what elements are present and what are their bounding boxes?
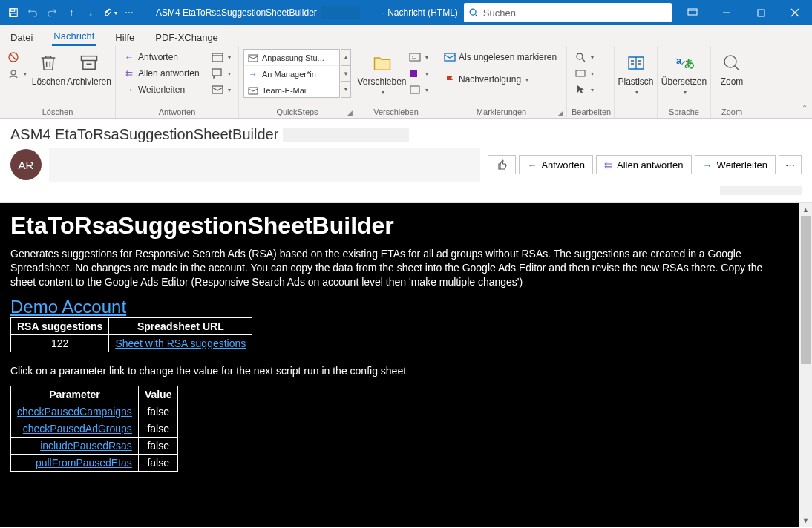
header-forward-button[interactable]: →Weiterleiten (695, 155, 776, 174)
group-label-bearbeiten: Bearbeiten (572, 106, 609, 118)
svg-line-31 (735, 66, 739, 70)
header-reply-button[interactable]: ←Antworten (519, 155, 593, 174)
quickstep-1[interactable]: Anpassung Stu... (244, 50, 339, 66)
quicksteps-launcher-icon[interactable]: ◢ (347, 109, 353, 116)
svg-text:あ: あ (684, 57, 695, 69)
search-icon (468, 7, 479, 18)
message-subject: ASM4 EtaToRsaSuggestionSheetBuilder (10, 126, 278, 143)
archive-button[interactable]: Archivieren (68, 49, 111, 88)
t2-header-1: Parameter (11, 386, 139, 403)
maximize-icon[interactable] (744, 0, 778, 25)
move-button[interactable]: Verschieben▾ (361, 49, 403, 99)
title-redacted (321, 6, 360, 19)
meeting-button[interactable]: ▾ (209, 49, 234, 65)
subject-redacted (283, 128, 409, 142)
rules-button[interactable]: ▾ (406, 49, 431, 65)
tab-pdf-xchange[interactable]: PDF-XChange (154, 29, 220, 46)
quickstep-3[interactable]: Team-E-Mail (244, 82, 339, 99)
svg-point-25 (577, 53, 583, 59)
search-box[interactable]: Suchen (464, 3, 672, 22)
group-label-zoom: Zoom (716, 106, 748, 118)
im-button[interactable]: ▾ (209, 65, 234, 82)
svg-point-13 (11, 70, 16, 75)
scroll-track[interactable] (799, 364, 812, 514)
up-icon[interactable]: ↑ (62, 3, 80, 22)
reply-button[interactable]: ←Antworten (120, 49, 203, 65)
date-redacted (720, 186, 802, 195)
tab-nachricht[interactable]: Nachricht (52, 27, 96, 46)
close-icon[interactable] (778, 0, 812, 25)
svg-point-30 (724, 56, 736, 67)
quickstep-more[interactable]: ▾ (341, 82, 350, 97)
message-body: EtaToRsaSuggestionSheetBuilder Generates… (0, 203, 799, 527)
header-more-button[interactable]: ⋯ (779, 155, 802, 174)
quickstep-down[interactable]: ▼ (341, 66, 350, 82)
redo-icon[interactable] (43, 3, 61, 22)
select-button[interactable]: ▾ (572, 82, 609, 98)
svg-text:a: a (676, 55, 682, 66)
quickstep-2[interactable]: →An Manager*in (244, 66, 339, 82)
ribbon-display-icon[interactable] (675, 0, 710, 25)
qat-overflow-icon[interactable]: ⋯ (120, 3, 138, 22)
down-icon[interactable]: ↓ (82, 3, 99, 22)
svg-line-4 (475, 15, 477, 17)
t1-header-2: Spreadsheet URL (109, 318, 252, 335)
scroll-thumb[interactable] (801, 216, 811, 364)
svg-rect-5 (688, 9, 697, 15)
mark-unread-button[interactable]: Als ungelesen markieren (441, 49, 562, 65)
t2-header-2: Value (138, 386, 178, 403)
group-label-verschieben: Verschieben (361, 106, 431, 118)
param-link[interactable]: pullFromPausedEtas (36, 457, 132, 469)
svg-rect-18 (212, 86, 223, 93)
attach-icon[interactable]: ▾ (101, 3, 119, 22)
actions-button[interactable]: ▾ (406, 82, 431, 98)
svg-point-3 (470, 9, 476, 15)
onenote-button[interactable]: ▾ (406, 65, 431, 82)
svg-rect-22 (410, 70, 417, 77)
junk-dropdown[interactable]: ▾ (4, 65, 30, 82)
quickstep-up[interactable]: ▲ (341, 50, 350, 66)
svg-line-26 (582, 59, 585, 62)
related-button[interactable]: ▾ (572, 65, 609, 82)
search-placeholder: Suchen (483, 7, 516, 19)
svg-rect-27 (576, 70, 585, 76)
tab-datei[interactable]: Datei (9, 29, 34, 46)
group-label-quicksteps: QuickSteps (243, 106, 351, 118)
window-title-right: - Nachricht (HTML) (382, 7, 458, 18)
table-row: checkPausedAdGroupsfalse (11, 420, 178, 438)
param-link[interactable]: checkPausedAdGroups (23, 423, 132, 435)
svg-rect-21 (410, 53, 420, 61)
tab-hilfe[interactable]: Hilfe (114, 29, 136, 46)
t1-header-1: RSA suggestions (11, 318, 109, 335)
undo-icon[interactable] (24, 3, 42, 22)
minimize-icon[interactable] (710, 0, 744, 25)
scrollbar[interactable]: ▲ ▼ (799, 203, 812, 527)
translate-button[interactable]: aあ Übersetzen▾ (662, 49, 706, 99)
svg-rect-24 (445, 53, 455, 61)
group-label-markierungen: Markierungen (441, 106, 562, 118)
svg-line-12 (10, 54, 16, 60)
scroll-down-icon[interactable]: ▼ (799, 514, 812, 527)
param-link[interactable]: includePausedRsas (40, 440, 132, 452)
immersive-button[interactable]: Plastisch▾ (619, 49, 652, 99)
zoom-button[interactable]: Zoom (716, 49, 748, 88)
scroll-up-icon[interactable]: ▲ (799, 203, 812, 216)
delete-button[interactable]: Löschen (31, 49, 66, 88)
more-respond-button[interactable]: ▾ (209, 82, 234, 98)
forward-button[interactable]: →Weiterleiten (120, 82, 203, 98)
param-link[interactable]: checkPausedCampaigns (17, 406, 132, 418)
save-icon[interactable] (4, 3, 22, 22)
demo-account-link[interactable]: Demo Account (10, 297, 126, 317)
find-button[interactable]: ▾ (572, 49, 609, 65)
collapse-ribbon-icon[interactable]: ⌃ (802, 104, 808, 112)
group-label-loeschen: Löschen (4, 106, 111, 118)
reply-all-button[interactable]: ⇇Allen antworten (120, 65, 203, 82)
body-heading: EtaToRsaSuggestionSheetBuilder (10, 212, 789, 240)
thumbs-up-button[interactable] (488, 155, 516, 174)
junk-button[interactable] (4, 49, 30, 65)
header-reply-all-button[interactable]: ⇇Allen antworten (596, 155, 692, 174)
markierungen-launcher-icon[interactable]: ◢ (558, 109, 563, 116)
svg-rect-17 (212, 69, 221, 76)
sheet-link[interactable]: Sheet with RSA suggestions (115, 337, 246, 349)
followup-button[interactable]: Nachverfolgung▾ (441, 71, 562, 88)
